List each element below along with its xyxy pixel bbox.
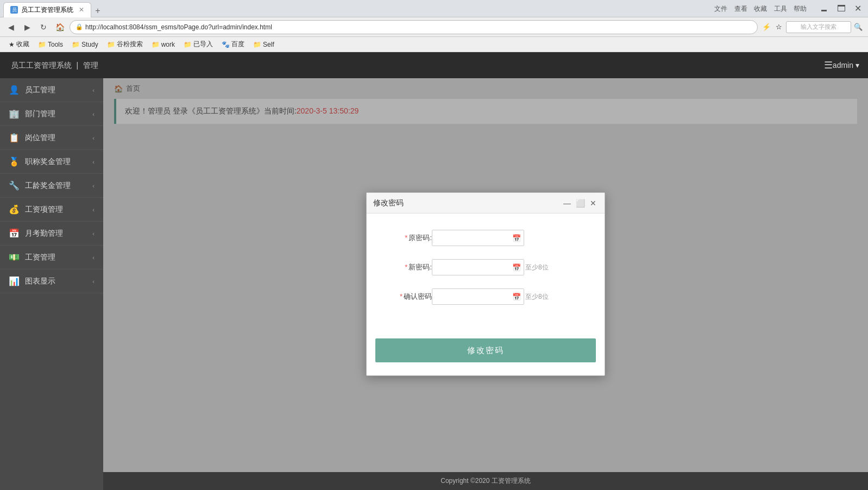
bookmark-self[interactable]: 📁 Self bbox=[250, 40, 278, 49]
department-icon: 🏢 bbox=[9, 109, 20, 119]
home-btn[interactable]: 🏠 bbox=[53, 21, 66, 34]
new-password-input[interactable] bbox=[432, 259, 524, 275]
modal-maximize-btn[interactable]: ⬜ bbox=[575, 198, 585, 208]
sidebar-item-employee[interactable]: 👤 员工管理 ‹ bbox=[0, 78, 103, 102]
bookmarks-bar: ★ 收藏 📁 Tools 📁 Study 📁 谷粉搜索 📁 work 📁 已导入… bbox=[0, 37, 868, 52]
original-password-input[interactable] bbox=[432, 230, 524, 246]
sidebar-position-label: 岗位管理 bbox=[25, 133, 87, 143]
sidebar-item-charts[interactable]: 📊 图表显示 ‹ bbox=[0, 269, 103, 293]
charts-icon: 📊 bbox=[9, 276, 20, 286]
sidebar-item-department[interactable]: 🏢 部门管理 ‹ bbox=[0, 102, 103, 126]
sidebar-salary-label: 工资管理 bbox=[25, 253, 87, 262]
attendance-icon: 📅 bbox=[9, 228, 20, 238]
new-password-hint: 至少8位 bbox=[525, 263, 549, 272]
bookmark-tools[interactable]: 📁 Tools bbox=[35, 40, 66, 49]
address-bar[interactable]: 🔒 http://localhost:8084/ssm_esms/toPage.… bbox=[70, 20, 758, 34]
employee-icon: 👤 bbox=[9, 85, 20, 95]
forward-btn[interactable]: ▶ bbox=[21, 21, 34, 34]
app-title-sep: | bbox=[76, 61, 78, 70]
bookmark-work[interactable]: 📁 work bbox=[148, 40, 178, 49]
footer-text: Copyright ©2020 工资管理系统 bbox=[441, 477, 531, 485]
tab-bar: 员 员工工资管理系统 ✕ + bbox=[3, 0, 711, 17]
bookmark-folder-icon-ydr: 📁 bbox=[184, 41, 192, 48]
admin-dropdown[interactable]: admin ▾ bbox=[833, 61, 859, 70]
search-box[interactable]: 输入文字搜索 bbox=[786, 21, 851, 33]
menu-gongju[interactable]: 工具 bbox=[774, 5, 787, 12]
star-icon[interactable]: ☆ bbox=[773, 22, 784, 33]
close-btn[interactable]: ✕ bbox=[851, 2, 865, 15]
menu-wenjian[interactable]: 文件 bbox=[714, 5, 727, 12]
browser-titlebar: 员 员工工资管理系统 ✕ + 文件 查看 收藏 工具 帮助 🗕 🗖 ✕ bbox=[0, 0, 868, 17]
sidebar-salary-items-arrow: ‹ bbox=[92, 206, 95, 213]
restore-btn[interactable]: 🗖 bbox=[834, 3, 849, 15]
back-btn[interactable]: ◀ bbox=[4, 21, 17, 34]
window-controls: 文件 查看 收藏 工具 帮助 🗕 🗖 ✕ bbox=[711, 2, 865, 15]
bookmark-gufensousuo[interactable]: 📁 谷粉搜索 bbox=[104, 39, 146, 50]
original-password-calendar-icon: 📅 bbox=[512, 234, 521, 242]
form-row-original-password: 原密码: 📅 bbox=[388, 230, 583, 246]
modal-body: 原密码: 📅 新密码: bbox=[367, 213, 605, 334]
bookmark-self-label: Self bbox=[263, 41, 274, 48]
modal-footer: 修改密码 bbox=[367, 334, 605, 375]
browser-frame: 员 员工工资管理系统 ✕ + 文件 查看 收藏 工具 帮助 🗕 🗖 ✕ ◀ ▶ … bbox=[0, 0, 868, 490]
search-placeholder: 输入文字搜索 bbox=[801, 23, 836, 31]
sidebar-item-attendance[interactable]: 📅 月考勤管理 ‹ bbox=[0, 222, 103, 246]
confirm-password-input-wrap: 📅 至少8位 bbox=[432, 288, 583, 305]
menu-chakan[interactable]: 查看 bbox=[734, 5, 747, 12]
modal-controls: — ⬜ ✕ bbox=[562, 198, 598, 208]
app-title: 员工工资管理系统 | 管理 bbox=[9, 60, 819, 71]
confirm-password-input[interactable] bbox=[432, 288, 524, 305]
sidebar-title-bonus-arrow: ‹ bbox=[92, 159, 95, 165]
sidebar-employee-label: 员工管理 bbox=[25, 85, 87, 95]
page-content: 🏠 首页 欢迎！管理员 登录《员工工资管理系统》当前时间:2020-3-5 13… bbox=[103, 78, 868, 490]
bookmark-baidu[interactable]: 🐾 百度 bbox=[218, 39, 248, 50]
confirm-password-calendar-icon: 📅 bbox=[512, 293, 521, 301]
bookmark-study[interactable]: 📁 Study bbox=[68, 40, 102, 49]
sidebar-item-salary[interactable]: 💵 工资管理 ‹ bbox=[0, 246, 103, 269]
sidebar-charts-label: 图表显示 bbox=[25, 277, 87, 286]
bookmark-star-label: 收藏 bbox=[16, 40, 29, 49]
menu-bangzhu[interactable]: 帮助 bbox=[794, 5, 807, 12]
tab-close-btn[interactable]: ✕ bbox=[79, 6, 84, 14]
sidebar-salary-arrow: ‹ bbox=[92, 254, 95, 261]
title-bonus-icon: 🏅 bbox=[9, 156, 20, 167]
bookmark-star[interactable]: ★ 收藏 bbox=[5, 39, 33, 50]
refresh-btn[interactable]: ↻ bbox=[37, 21, 50, 34]
url-text: http://localhost:8084/ssm_esms/toPage.do… bbox=[85, 23, 272, 31]
bookmark-study-label: Study bbox=[81, 41, 98, 48]
bookmark-work-label: work bbox=[161, 41, 175, 48]
sidebar-attendance-arrow: ‹ bbox=[92, 230, 95, 237]
search-icon[interactable]: 🔍 bbox=[853, 22, 864, 33]
modal-minimize-btn[interactable]: — bbox=[562, 198, 572, 208]
new-tab-btn[interactable]: + bbox=[91, 4, 104, 17]
sidebar-item-title-bonus[interactable]: 🏅 职称奖金管理 ‹ bbox=[0, 150, 103, 174]
modal-overlay: 修改密码 — ⬜ ✕ 原密码: bbox=[103, 78, 868, 490]
bookmark-yidaoru[interactable]: 📁 已导入 bbox=[180, 39, 216, 50]
menu-items: 文件 查看 收藏 工具 帮助 bbox=[711, 2, 814, 15]
bookmark-gufensousuo-label: 谷粉搜索 bbox=[117, 40, 143, 49]
sidebar-charts-arrow: ‹ bbox=[92, 278, 95, 285]
new-password-input-wrap: 📅 至少8位 bbox=[432, 259, 583, 275]
lock-icon: 🔒 bbox=[76, 23, 83, 30]
toolbar-icons: ⚡ ☆ 输入文字搜索 🔍 bbox=[761, 21, 864, 33]
tab-title: 员工工资管理系统 bbox=[21, 5, 73, 15]
bookmark-folder-icon-self: 📁 bbox=[253, 41, 261, 48]
new-password-label: 新密码: bbox=[388, 262, 432, 272]
sidebar-item-position[interactable]: 📋 岗位管理 ‹ bbox=[0, 126, 103, 150]
bookmark-tools-label: Tools bbox=[48, 41, 63, 48]
sidebar-item-seniority-bonus[interactable]: 🔧 工龄奖金管理 ‹ bbox=[0, 174, 103, 198]
confirm-password-label: 确认密码 bbox=[388, 292, 432, 301]
active-tab[interactable]: 员 员工工资管理系统 ✕ bbox=[3, 2, 91, 17]
bookmark-baidu-icon: 🐾 bbox=[222, 41, 230, 48]
sidebar-item-salary-items[interactable]: 💰 工资项管理 ‹ bbox=[0, 198, 103, 222]
sidebar-title-bonus-label: 职称奖金管理 bbox=[25, 157, 87, 167]
minimize-btn[interactable]: 🗕 bbox=[816, 3, 832, 15]
submit-password-btn[interactable]: 修改密码 bbox=[375, 338, 596, 362]
salary-items-icon: 💰 bbox=[9, 204, 20, 215]
lightning-icon[interactable]: ⚡ bbox=[761, 22, 772, 33]
modal-close-btn[interactable]: ✕ bbox=[588, 198, 598, 208]
modal-dialog: 修改密码 — ⬜ ✕ 原密码: bbox=[366, 192, 605, 376]
hamburger-icon[interactable]: ☰ bbox=[824, 59, 833, 71]
menu-shoucang[interactable]: 收藏 bbox=[754, 5, 767, 12]
modal-title: 修改密码 bbox=[373, 198, 404, 208]
